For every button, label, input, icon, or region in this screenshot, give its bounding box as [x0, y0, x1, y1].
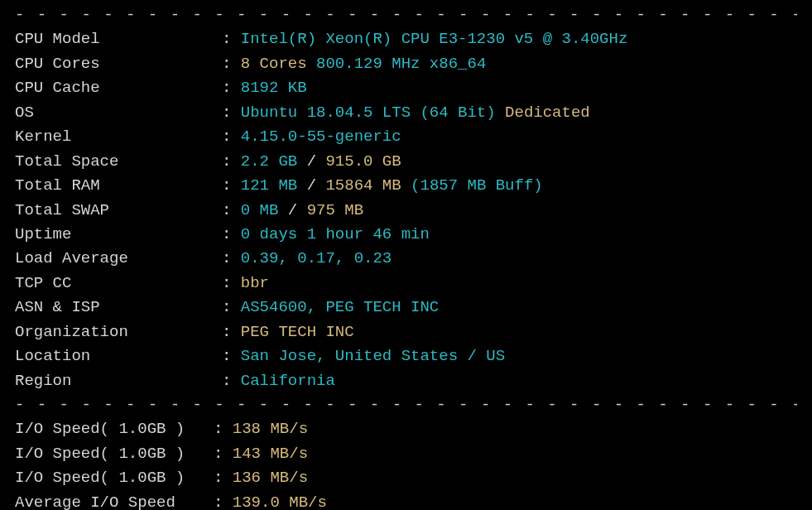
io-speed-avg-label: Average I/O Speed: [15, 491, 214, 510]
kernel-value: 4.15.0-55-generic: [241, 128, 401, 146]
total-swap-used: 0 MB: [241, 201, 279, 219]
tcp-cc-row: TCP CC: bbr: [15, 272, 797, 296]
tcp-cc-label: TCP CC: [15, 272, 222, 296]
io-speed-1-value: 138 MB/s: [233, 420, 308, 438]
io-speed-3-label: I/O Speed( 1.0GB ): [15, 466, 214, 490]
cpu-cores-freq: 800.129 MHz x86_64: [316, 55, 486, 73]
cpu-cores-row: CPU Cores: 8 Cores 800.129 MHz x86_64: [15, 52, 797, 76]
uptime-row: Uptime: 0 days 1 hour 46 min: [15, 223, 797, 247]
cpu-cache-row: CPU Cache: 8192 KB: [15, 76, 797, 100]
io-speed-2-value: 143 MB/s: [233, 445, 308, 463]
total-swap-row: Total SWAP: 0 MB / 975 MB: [15, 199, 797, 223]
cpu-cache-label: CPU Cache: [15, 76, 222, 100]
io-speed-avg-value: 139.0 MB/s: [233, 493, 327, 510]
terminal-output: - - - - - - - - - - - - - - - - - - - - …: [0, 0, 812, 510]
cpu-model-label: CPU Model: [15, 27, 222, 51]
os-row: OS: Ubuntu 18.04.5 LTS (64 Bit) Dedicate…: [15, 101, 797, 125]
total-ram-buff: (1857 MB Buff): [411, 176, 543, 195]
total-space-row: Total Space: 2.2 GB / 915.0 GB: [15, 150, 797, 174]
os-value: Ubuntu 18.04.5 LTS (64 Bit): [241, 103, 496, 122]
total-ram-total: 15864 MB: [325, 176, 401, 195]
region-value: California: [241, 372, 335, 390]
io-speed-avg-row: Average I/O Speed: 139.0 MB/s: [15, 491, 797, 510]
kernel-label: Kernel: [15, 125, 222, 149]
load-avg-label: Load Average: [15, 247, 222, 271]
os-label: OS: [15, 101, 222, 125]
load-avg-value: 0.39, 0.17, 0.23: [241, 249, 392, 267]
io-speed-3-value: 136 MB/s: [233, 469, 308, 487]
org-row: Organization: PEG TECH INC: [15, 320, 797, 344]
total-space-label: Total Space: [15, 150, 222, 174]
os-type: Dedicated: [505, 103, 590, 122]
total-ram-used: 121 MB: [241, 176, 297, 195]
cpu-cores-count: 8 Cores: [241, 55, 307, 73]
load-avg-row: Load Average: 0.39, 0.17, 0.23: [15, 247, 797, 271]
cpu-cores-label: CPU Cores: [15, 52, 222, 76]
divider-mid: - - - - - - - - - - - - - - - - - - - - …: [15, 393, 797, 417]
asn-isp-row: ASN & ISP: AS54600, PEG TECH INC: [15, 296, 797, 320]
uptime-label: Uptime: [15, 223, 222, 247]
location-label: Location: [15, 344, 222, 368]
cpu-cache-value: 8192 KB: [241, 79, 307, 97]
cpu-model-row: CPU Model: Intel(R) Xeon(R) CPU E3-1230 …: [15, 27, 797, 51]
total-ram-label: Total RAM: [15, 174, 222, 198]
location-row: Location: San Jose, United States / US: [15, 344, 797, 368]
divider-top: - - - - - - - - - - - - - - - - - - - - …: [15, 3, 797, 27]
location-value: San Jose, United States / US: [241, 347, 505, 365]
cpu-model-value: Intel(R) Xeon(R) CPU E3-1230 v5 @ 3.40GH…: [241, 30, 627, 48]
io-speed-2-label: I/O Speed( 1.0GB ): [15, 442, 214, 466]
asn-isp-value: AS54600, PEG TECH INC: [241, 298, 439, 316]
total-space-total: 915.0 GB: [325, 152, 401, 171]
uptime-value: 0 days 1 hour 46 min: [241, 225, 430, 243]
total-space-used: 2.2 GB: [241, 152, 297, 171]
org-value: PEG TECH INC: [241, 323, 354, 341]
asn-isp-label: ASN & ISP: [15, 296, 222, 320]
kernel-row: Kernel: 4.15.0-55-generic: [15, 125, 797, 149]
io-speed-1-row: I/O Speed( 1.0GB ): 138 MB/s: [15, 417, 797, 441]
tcp-cc-value: bbr: [241, 274, 269, 292]
total-swap-label: Total SWAP: [15, 199, 222, 223]
io-speed-3-row: I/O Speed( 1.0GB ): 136 MB/s: [15, 466, 797, 490]
region-label: Region: [15, 369, 222, 393]
org-label: Organization: [15, 320, 222, 344]
io-speed-1-label: I/O Speed( 1.0GB ): [15, 417, 214, 441]
total-swap-total: 975 MB: [307, 201, 363, 219]
region-row: Region: California: [15, 369, 797, 393]
total-ram-row: Total RAM: 121 MB / 15864 MB (1857 MB Bu…: [15, 174, 797, 198]
io-speed-2-row: I/O Speed( 1.0GB ): 143 MB/s: [15, 442, 797, 466]
